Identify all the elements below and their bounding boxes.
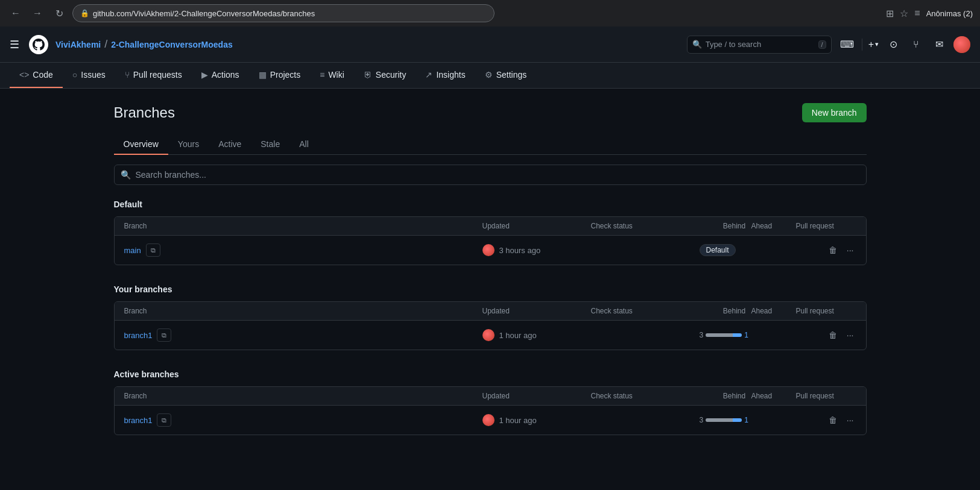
create-new-dropdown[interactable]: + ▾ — [868, 39, 879, 50]
bookmark-icon[interactable]: ☆ — [900, 8, 908, 19]
copy-active-branch1-button[interactable]: ⧉ — [157, 413, 171, 427]
behind-num-ab1: 3 — [700, 416, 704, 424]
col-updated-3: Updated — [482, 392, 591, 400]
progress-ahead-b1 — [733, 333, 742, 337]
nav-tab-projects[interactable]: ▦ Projects — [249, 63, 311, 88]
profile-area[interactable]: Anônimas (2) — [926, 9, 973, 18]
branch-link-branch1-active[interactable]: branch1 — [124, 416, 153, 425]
copy-branch-name-button[interactable]: ⧉ — [146, 243, 160, 257]
col-updated: Updated — [482, 222, 591, 230]
branch-search-bar[interactable]: 🔍 — [114, 165, 867, 185]
nav-tab-insights[interactable]: ↗ Insights — [416, 63, 475, 88]
wiki-nav-icon: ≡ — [320, 70, 324, 80]
col-pull-request-2: Pull request — [796, 307, 856, 315]
col-check-status-3: Check status — [591, 392, 700, 400]
actions-cell-b1: 🗑 ··· — [796, 328, 856, 342]
nav-tab-pull-requests[interactable]: ⑂ Pull requests — [115, 63, 192, 88]
nav-tab-security[interactable]: ⛨ Security — [354, 63, 416, 88]
new-branch-button[interactable]: New branch — [802, 103, 867, 122]
delete-active-branch1-button[interactable]: 🗑 — [826, 413, 839, 427]
search-icon: 🔍 — [692, 40, 702, 49]
branch-search-input[interactable] — [136, 170, 860, 180]
progress-ahead-ab1 — [733, 418, 742, 422]
default-branches-section: Default Branch Updated Check status Behi… — [114, 199, 867, 265]
nav-tab-actions[interactable]: ▶ Actions — [192, 63, 249, 88]
browser-right-icons: ⊞ ☆ ≡ Anônimas (2) — [886, 8, 973, 19]
tab-overview[interactable]: Overview — [114, 134, 168, 155]
your-branches-table: Branch Updated Check status Behind Ahead… — [114, 301, 867, 350]
default-badge: Default — [700, 244, 736, 256]
branch-name-cell: main ⧉ — [124, 243, 482, 257]
insights-nav-icon: ↗ — [425, 70, 432, 80]
nav-tab-code[interactable]: <> Code — [10, 63, 63, 88]
github-header: ☰ ViviAkhemi / 2-ChallengeConversorMoeda… — [0, 27, 980, 63]
col-check-status: Check status — [591, 222, 700, 230]
tab-all[interactable]: All — [289, 134, 318, 155]
translate-icon[interactable]: ⊞ — [886, 8, 894, 19]
projects-nav-icon: ▦ — [259, 70, 267, 80]
nav-tab-settings[interactable]: ⚙ Settings — [475, 63, 537, 88]
more-options-button[interactable]: ··· — [844, 243, 856, 257]
terminal-icon[interactable]: ⌨ — [839, 36, 856, 53]
tab-active[interactable]: Active — [209, 134, 251, 155]
nav-tab-issues-label: Issues — [81, 70, 105, 80]
behind-num-b1: 3 — [700, 331, 704, 339]
nav-tab-wiki[interactable]: ≡ Wiki — [310, 63, 354, 88]
nav-tab-projects-label: Projects — [270, 70, 301, 80]
col-pull-request-3: Pull request — [796, 392, 856, 400]
hamburger-menu[interactable]: ☰ — [10, 38, 19, 51]
browser-url-bar[interactable]: 🔒 github.com/ViviAkhemi/2-ChallengeConve… — [72, 4, 495, 22]
tab-yours[interactable]: Yours — [168, 134, 209, 155]
browser-forward-button[interactable]: → — [29, 5, 46, 22]
avatar-small — [482, 244, 495, 256]
pr-nav-icon: ⑂ — [125, 70, 130, 80]
browser-reload-button[interactable]: ↻ — [51, 5, 68, 22]
nav-tab-code-label: Code — [33, 70, 52, 80]
github-logo[interactable] — [29, 35, 48, 54]
avatar[interactable] — [953, 36, 970, 53]
branch-link-main[interactable]: main — [124, 246, 141, 255]
more-options-b1-button[interactable]: ··· — [844, 328, 856, 342]
delete-branch-button[interactable]: 🗑 — [826, 243, 839, 257]
nav-tab-wiki-label: Wiki — [328, 70, 344, 80]
nav-tab-issues[interactable]: ○ Issues — [63, 63, 115, 88]
updated-cell-b1: 1 hour ago — [482, 329, 591, 341]
default-table-header: Branch Updated Check status Behind Ahead… — [115, 217, 866, 236]
updated-time: 3 hours ago — [499, 246, 541, 255]
active-branches-table: Branch Updated Check status Behind Ahead… — [114, 386, 867, 435]
default-section-title: Default — [114, 199, 867, 209]
inbox-icon[interactable]: ✉ — [931, 36, 947, 53]
issues-icon[interactable]: ⊙ — [885, 36, 902, 53]
active-branches-section: Active branches Branch Updated Check sta… — [114, 369, 867, 435]
tab-stale[interactable]: Stale — [251, 134, 289, 155]
active-branches-section-title: Active branches — [114, 369, 867, 379]
updated-time-ab1: 1 hour ago — [499, 416, 537, 425]
table-row: main ⧉ 3 hours ago Default 🗑 ··· — [115, 236, 866, 265]
col-updated-2: Updated — [482, 307, 591, 315]
table-row: branch1 ⧉ 1 hour ago 3 1 🗑 — [115, 406, 866, 435]
updated-cell-ab1: 1 hour ago — [482, 414, 591, 426]
more-options-ab1-button[interactable]: ··· — [844, 413, 856, 427]
browser-back-button[interactable]: ← — [7, 5, 24, 22]
global-search[interactable]: 🔍 Type / to search / — [687, 36, 832, 54]
updated-cell: 3 hours ago — [482, 244, 591, 256]
pull-requests-icon[interactable]: ⑂ — [908, 36, 925, 53]
table-row: branch1 ⧉ 1 hour ago 3 1 🗑 — [115, 321, 866, 350]
breadcrumb-repo[interactable]: 2-ChallengeConversorMoedas — [111, 40, 233, 49]
branch-link-branch1-yours[interactable]: branch1 — [124, 331, 153, 340]
progress-bar-ab1 — [706, 418, 742, 422]
updated-time-b1: 1 hour ago — [499, 331, 537, 340]
copy-branch1-button[interactable]: ⧉ — [157, 328, 171, 342]
col-check-status-2: Check status — [591, 307, 700, 315]
col-behind-ahead-3: Behind Ahead — [700, 392, 796, 400]
actions-cell: 🗑 ··· — [796, 243, 856, 257]
your-branches-section: Your branches Branch Updated Check statu… — [114, 284, 867, 350]
delete-branch1-button[interactable]: 🗑 — [826, 328, 839, 342]
col-branch-2: Branch — [124, 307, 482, 315]
behind-ahead-cell-ab1: 3 1 — [700, 416, 796, 424]
code-nav-icon: <> — [19, 70, 29, 80]
cast-icon[interactable]: ≡ — [914, 8, 920, 19]
breadcrumb-user[interactable]: ViviAkhemi — [55, 40, 101, 49]
breadcrumb: ViviAkhemi / 2-ChallengeConversorMoedas — [55, 38, 233, 51]
breadcrumb-separator: / — [104, 38, 107, 51]
